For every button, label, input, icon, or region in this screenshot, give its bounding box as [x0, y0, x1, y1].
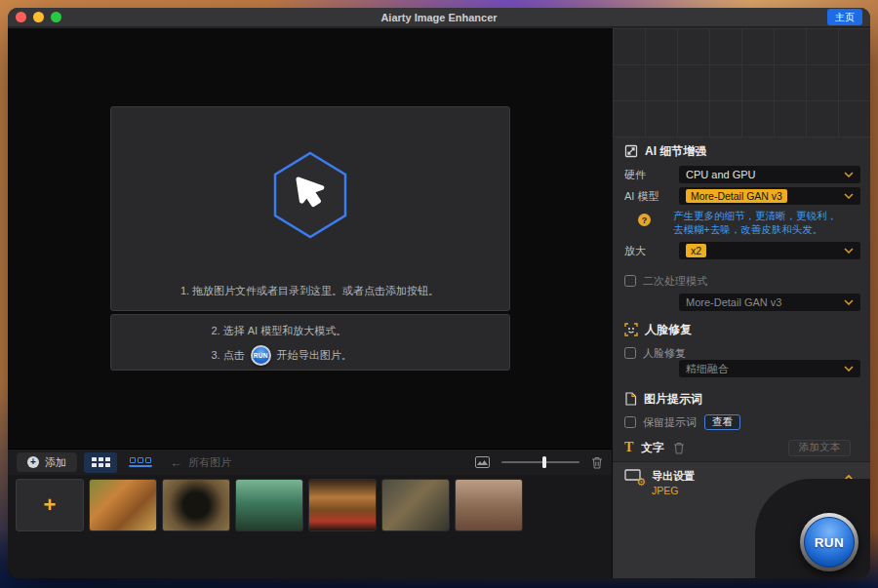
filmstrip-view-icon: [130, 457, 151, 463]
scale-badge: x2: [686, 244, 706, 257]
image-canvas[interactable]: 1. 拖放图片文件或者目录到这里。或者点击添加按钮。 2. 选择 AI 模型和放…: [8, 28, 612, 449]
keep-prompt-row: 保留提示词 查看: [624, 413, 860, 431]
desktop: { "window": { "title": "Aiarty Image Enh…: [0, 0, 878, 588]
thumb-forest-jar[interactable]: [235, 479, 303, 531]
text-label: 文字: [641, 441, 663, 455]
ai-model-badge: More-Detail GAN v3: [686, 189, 787, 203]
app-window: Aiarty Image Enhancer 主页 1. 拖放图片文件或者目录到这…: [8, 8, 870, 578]
thumb-steampunk-dog[interactable]: [381, 479, 450, 531]
instruction-step-1: 1. 拖放图片文件或者目录到这里。或者点击添加按钮。: [111, 284, 509, 298]
export-zone: ⚙ 导出设置 JPEG RUN: [613, 461, 870, 578]
chevron-down-icon: [844, 172, 854, 177]
chevron-down-icon: [844, 299, 854, 305]
run-button-ring: RUN: [800, 513, 858, 571]
all-images-label: 所有图片: [188, 455, 231, 470]
instruction-step-2: 2. 选择 AI 模型和放大模式。: [212, 324, 509, 338]
document-icon: [624, 392, 637, 406]
export-format-value: JPEG: [652, 485, 695, 496]
face-restore-label: 人脸修复: [643, 346, 686, 361]
secondary-model-row: More-Detail GAN v3: [679, 294, 860, 311]
grid-view-icon: [92, 457, 110, 467]
thumb-tiger[interactable]: [89, 479, 157, 531]
instructions-box: 2. 选择 AI 模型和放大模式。 3. 点击 RUN 开始导出图片。: [110, 314, 510, 371]
help-icon[interactable]: ?: [638, 214, 651, 226]
run-badge-icon: RUN: [251, 345, 271, 366]
hardware-label: 硬件: [624, 168, 679, 182]
window-title: Aiarty Image Enhancer: [8, 12, 870, 23]
model-hint: 产生更多的细节，更清晰，更锐利， 去模糊+去噪，改善皮肤和头发。: [673, 209, 862, 236]
scale-label: 放大: [624, 244, 679, 258]
filmstrip: +: [8, 475, 612, 531]
ai-model-row: AI 模型 More-Detail GAN v3: [624, 187, 860, 205]
filmstrip-view-toggle[interactable]: [124, 452, 157, 473]
titlebar: Aiarty Image Enhancer 主页: [8, 8, 870, 27]
plus-circle-icon: +: [27, 456, 39, 468]
text-row: T 文字 添加文本: [624, 439, 860, 456]
instruction-step-3: 3. 点击 RUN 开始导出图片。: [212, 345, 509, 366]
delete-text-icon[interactable]: [673, 442, 685, 454]
scale-select[interactable]: x2: [679, 242, 860, 259]
detail-enhance-icon: [624, 144, 638, 158]
all-images-nav[interactable]: ← 所有图片: [170, 455, 231, 470]
run-button[interactable]: RUN: [804, 517, 855, 568]
delete-all-icon[interactable]: [591, 456, 603, 469]
toolbar-right-group: [475, 456, 603, 469]
close-window-button[interactable]: [16, 12, 26, 22]
section-detail-enhance: AI 细节增强: [624, 143, 706, 159]
scale-row: 放大 x2: [624, 242, 860, 259]
add-text-button[interactable]: 添加文本: [788, 440, 851, 456]
gear-icon: ⚙: [636, 477, 646, 488]
drop-zone[interactable]: 1. 拖放图片文件或者目录到这里。或者点击添加按钮。: [110, 106, 510, 311]
text-tool-icon: T: [624, 440, 633, 455]
export-settings-icon: ⚙: [624, 469, 644, 487]
instruction-step-3-suffix: 开始导出图片。: [277, 348, 352, 363]
preview-grid: [613, 28, 870, 137]
export-settings[interactable]: ⚙ 导出设置 JPEG: [624, 469, 695, 496]
settings-panel: AI 细节增强 硬件 CPU and GPU AI 模型 More-Detail…: [612, 28, 870, 578]
face-restore-checkbox[interactable]: [624, 347, 636, 359]
run-button-backing: RUN: [755, 479, 870, 578]
face-blend-select[interactable]: 精细融合: [679, 360, 860, 377]
chevron-down-icon: [844, 193, 854, 199]
secondary-mode-label: 二次处理模式: [643, 274, 707, 289]
chevron-down-icon: [844, 248, 854, 254]
add-image-tile[interactable]: +: [16, 479, 84, 531]
grid-view-toggle[interactable]: [84, 452, 117, 473]
hardware-select[interactable]: CPU and GPU: [679, 166, 860, 183]
keep-prompt-label: 保留提示词: [643, 415, 697, 430]
thumb-butterfly[interactable]: [162, 479, 230, 531]
ai-model-select[interactable]: More-Detail GAN v3: [679, 187, 860, 205]
minimize-window-button[interactable]: [33, 12, 44, 22]
export-settings-title: 导出设置: [652, 469, 695, 484]
add-images-button[interactable]: + 添加: [17, 452, 77, 472]
home-button[interactable]: 主页: [827, 9, 862, 25]
secondary-mode-checkbox[interactable]: [624, 275, 636, 287]
view-prompt-button[interactable]: 查看: [704, 414, 740, 430]
thumbnail-size-slider[interactable]: [501, 456, 579, 468]
thumb-woman-portrait[interactable]: [455, 479, 523, 531]
workspace-column: 1. 拖放图片文件或者目录到这里。或者点击添加按钮。 2. 选择 AI 模型和放…: [8, 28, 612, 578]
keep-prompt-checkbox[interactable]: [624, 416, 636, 428]
add-images-label: 添加: [45, 455, 66, 470]
chevron-down-icon: [844, 366, 854, 372]
instruction-step-3-prefix: 3. 点击: [212, 348, 245, 363]
secondary-model-select[interactable]: More-Detail GAN v3: [679, 294, 860, 311]
slider-handle[interactable]: [542, 456, 546, 468]
face-blend-row: 精细融合: [679, 360, 860, 377]
ai-model-label: AI 模型: [624, 189, 679, 204]
section-face-restore: 人脸修复: [624, 322, 692, 337]
filmstrip-toolbar: + 添加 ← 所有图片: [8, 449, 612, 475]
back-arrow-icon: ←: [170, 455, 182, 470]
main-content: 1. 拖放图片文件或者目录到这里。或者点击添加按钮。 2. 选择 AI 模型和放…: [8, 28, 870, 578]
thumbnail-size-icon: [475, 456, 490, 468]
secondary-mode-row: 二次处理模式: [624, 272, 860, 290]
thumb-burger[interactable]: [308, 479, 377, 531]
hardware-row: 硬件 CPU and GPU: [624, 166, 860, 183]
filmstrip-zone: +: [8, 475, 612, 578]
face-restore-icon: [624, 323, 638, 336]
zoom-window-button[interactable]: [51, 12, 61, 22]
drop-hexagon-icon: [269, 150, 351, 244]
section-image-prompt: 图片提示词: [624, 391, 702, 407]
